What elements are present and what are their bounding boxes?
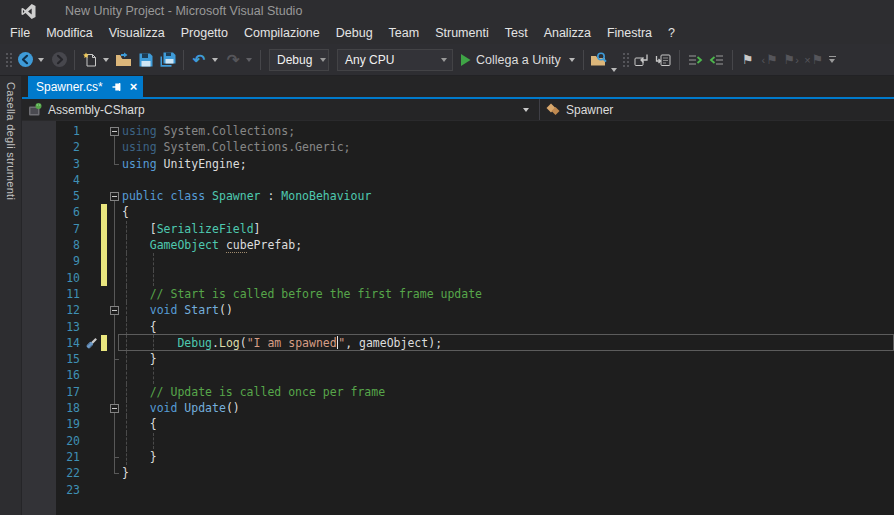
pin-icon[interactable]: [111, 81, 123, 93]
parameter-info-button[interactable]: [653, 48, 675, 72]
code-line-text[interactable]: GameObject cubePrefab;: [122, 237, 894, 253]
code-line-text[interactable]: public class Spawner : MonoBehaviour: [122, 188, 894, 204]
code-line-text[interactable]: [122, 482, 894, 498]
breakpoint-margin[interactable]: [22, 335, 56, 351]
code-line-text[interactable]: {: [122, 319, 894, 335]
breakpoint-margin[interactable]: [22, 237, 56, 253]
code-line-text[interactable]: void Update(): [122, 400, 894, 416]
breakpoint-margin[interactable]: [22, 319, 56, 335]
menu-item-progetto[interactable]: Progetto: [173, 24, 236, 42]
code-line-text[interactable]: [122, 253, 894, 269]
menu-item-help[interactable]: ?: [660, 24, 683, 42]
breakpoint-margin[interactable]: [22, 253, 56, 269]
close-icon[interactable]: ×: [130, 80, 138, 93]
comment-selection-button[interactable]: [684, 48, 706, 72]
code-line-text[interactable]: [122, 172, 894, 188]
menu-item-file[interactable]: File: [2, 24, 38, 42]
open-file-button[interactable]: [113, 48, 135, 72]
undo-dropdown[interactable]: [212, 58, 218, 62]
save-all-button[interactable]: [157, 48, 179, 72]
document-tab-spawner[interactable]: Spawner.cs* ×: [28, 76, 143, 97]
code-line-text[interactable]: [SerializeField]: [122, 221, 894, 237]
project-dropdown[interactable]: Assembly-CSharp: [22, 99, 540, 120]
next-bookmark-button[interactable]: ⚑›: [781, 48, 803, 72]
quick-actions-screwdriver-icon[interactable]: [84, 335, 101, 351]
save-button[interactable]: [135, 48, 157, 72]
attach-to-unity-dropdown[interactable]: [569, 58, 575, 62]
new-file-dropdown[interactable]: [103, 58, 109, 62]
undo-button[interactable]: ↶: [188, 48, 210, 72]
breakpoint-margin[interactable]: [22, 139, 56, 155]
code-editor[interactable]: 1using System.Collections;2using System.…: [22, 121, 894, 515]
fold-toggle-icon[interactable]: [110, 306, 119, 315]
breakpoint-margin[interactable]: [22, 123, 56, 139]
type-dropdown[interactable]: Spawner: [540, 99, 894, 120]
breakpoint-margin[interactable]: [22, 221, 56, 237]
code-line-text[interactable]: {: [122, 416, 894, 432]
menu-item-finestra[interactable]: Finestra: [599, 24, 660, 42]
code-line-text[interactable]: }: [122, 351, 894, 367]
breakpoint-margin[interactable]: [22, 188, 56, 204]
code-line-text[interactable]: }: [122, 465, 894, 481]
fold-toggle-icon[interactable]: [110, 192, 119, 201]
clear-bookmarks-button[interactable]: ×⚑: [803, 48, 825, 72]
toolbar-grip-handle[interactable]: [4, 51, 12, 69]
fold-toggle-icon[interactable]: [110, 127, 119, 136]
menu-item-team[interactable]: Team: [381, 24, 428, 42]
display-member-list-button[interactable]: [631, 48, 653, 72]
breakpoint-margin[interactable]: [22, 156, 56, 172]
menu-item-debug[interactable]: Debug: [328, 24, 381, 42]
redo-button[interactable]: ↷: [222, 48, 244, 72]
find-dropdown[interactable]: [611, 68, 617, 72]
breakpoint-margin[interactable]: [22, 433, 56, 449]
menu-item-analizza[interactable]: Analizza: [536, 24, 599, 42]
redo-dropdown[interactable]: [246, 58, 252, 62]
solution-configuration-combobox[interactable]: Debug: [269, 49, 329, 71]
clear-icon: ×: [804, 54, 810, 66]
code-line-text[interactable]: [122, 367, 894, 383]
breakpoint-margin[interactable]: [22, 367, 56, 383]
breakpoint-margin[interactable]: [22, 302, 56, 318]
toggle-bookmark-button[interactable]: ⚑: [737, 48, 759, 72]
attach-to-unity-button[interactable]: Collega a Unity: [459, 53, 565, 67]
breakpoint-margin[interactable]: [22, 449, 56, 465]
breakpoint-margin[interactable]: [22, 351, 56, 367]
fold-toggle-icon[interactable]: [110, 404, 119, 413]
code-line-text[interactable]: [122, 270, 894, 286]
code-line-text[interactable]: using System.Collections.Generic;: [122, 139, 894, 155]
code-line-text[interactable]: Debug.Log("I am spawned", gameObject);: [122, 335, 894, 351]
breakpoint-margin[interactable]: [22, 400, 56, 416]
new-file-button[interactable]: [79, 48, 101, 72]
code-line-text[interactable]: using System.Collections;: [122, 123, 894, 139]
code-line-text[interactable]: void Start(): [122, 302, 894, 318]
code-line-text[interactable]: {: [122, 204, 894, 220]
code-line-text[interactable]: [122, 433, 894, 449]
menu-item-visualizza[interactable]: Visualizza: [101, 24, 173, 42]
breakpoint-margin[interactable]: [22, 172, 56, 188]
code-line-text[interactable]: // Update is called once per frame: [122, 384, 894, 400]
breakpoint-margin[interactable]: [22, 416, 56, 432]
toolbox-tab[interactable]: Casella degli strumenti: [0, 76, 22, 515]
code-line-text[interactable]: using UnityEngine;: [122, 156, 894, 172]
code-line-text[interactable]: }: [122, 449, 894, 465]
find-in-files-button[interactable]: [588, 48, 610, 72]
breakpoint-margin[interactable]: [22, 465, 56, 481]
breakpoint-margin[interactable]: [22, 286, 56, 302]
menu-item-compilazione[interactable]: Compilazione: [236, 24, 328, 42]
uncomment-selection-button[interactable]: [706, 48, 728, 72]
menu-item-test[interactable]: Test: [497, 24, 536, 42]
toolbar-grip-handle[interactable]: [621, 51, 629, 69]
breakpoint-margin[interactable]: [22, 384, 56, 400]
previous-bookmark-button[interactable]: ‹⚑: [759, 48, 781, 72]
breakpoint-margin[interactable]: [22, 482, 56, 498]
breakpoint-margin[interactable]: [22, 270, 56, 286]
navigate-backward-button[interactable]: [14, 48, 36, 72]
navigate-forward-button[interactable]: [48, 48, 70, 72]
toolbar-options-button[interactable]: [829, 56, 836, 63]
code-line-text[interactable]: // Start is called before the first fram…: [122, 286, 894, 302]
menu-item-modifica[interactable]: Modifica: [38, 24, 101, 42]
menu-item-strumenti[interactable]: Strumenti: [427, 24, 497, 42]
solution-platform-combobox[interactable]: Any CPU: [337, 49, 453, 71]
navigate-backward-dropdown[interactable]: [38, 58, 44, 62]
breakpoint-margin[interactable]: [22, 204, 56, 220]
